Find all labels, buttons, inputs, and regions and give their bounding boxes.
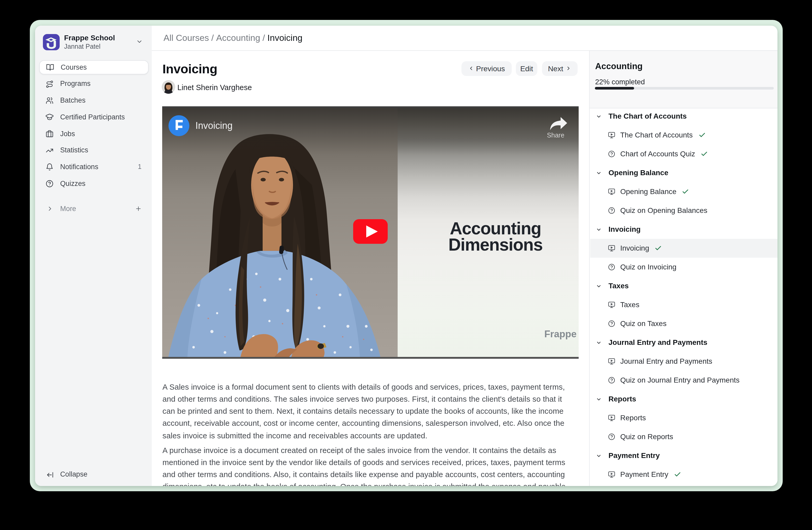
svg-text:Dimensions: Dimensions <box>448 235 542 254</box>
svg-text:Share: Share <box>547 131 565 139</box>
svg-text:Frappe: Frappe <box>545 329 577 339</box>
svg-text:Invoicing: Invoicing <box>195 120 233 131</box>
